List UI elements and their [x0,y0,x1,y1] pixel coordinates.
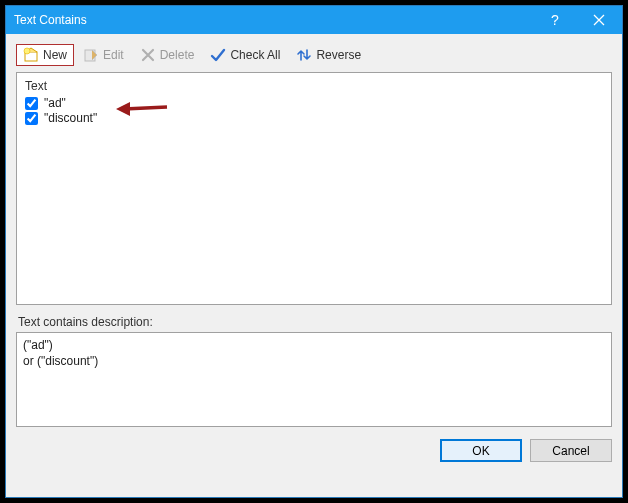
help-button[interactable]: ? [534,6,576,34]
ok-label: OK [472,444,489,458]
description-panel: ("ad") or ("discount") [16,332,612,427]
new-label: New [43,48,67,62]
list-item-label: "discount" [44,111,97,125]
new-button[interactable]: New [16,44,74,66]
reverse-label: Reverse [316,48,361,62]
list-header: Text [23,77,605,96]
delete-button[interactable]: Delete [133,44,202,66]
edit-label: Edit [103,48,124,62]
close-button[interactable] [576,6,622,34]
delete-label: Delete [160,48,195,62]
list-item[interactable]: "discount" [23,111,605,126]
check-icon [210,47,226,63]
edit-icon [83,47,99,63]
reverse-button[interactable]: Reverse [289,44,368,66]
new-icon [23,47,39,63]
list-item-checkbox[interactable] [25,97,38,110]
list-item-checkbox[interactable] [25,112,38,125]
reverse-icon [296,47,312,63]
button-row: OK Cancel [16,427,612,462]
svg-point-1 [24,48,30,54]
dialog-body: New Edit Delete [6,34,622,497]
ok-button[interactable]: OK [440,439,522,462]
toolbar: New Edit Delete [16,42,612,72]
edit-button[interactable]: Edit [76,44,131,66]
window-title: Text Contains [6,13,534,27]
list-item[interactable]: "ad" [23,96,605,111]
cancel-button[interactable]: Cancel [530,439,612,462]
close-icon [593,14,605,26]
delete-icon [140,47,156,63]
list-item-label: "ad" [44,96,66,110]
dialog-window: Text Contains ? New [5,5,623,498]
titlebar: Text Contains ? [6,6,622,34]
check-all-label: Check All [230,48,280,62]
cancel-label: Cancel [552,444,589,458]
check-all-button[interactable]: Check All [203,44,287,66]
text-list-panel: Text "ad""discount" [16,72,612,305]
description-label: Text contains description: [16,315,612,329]
